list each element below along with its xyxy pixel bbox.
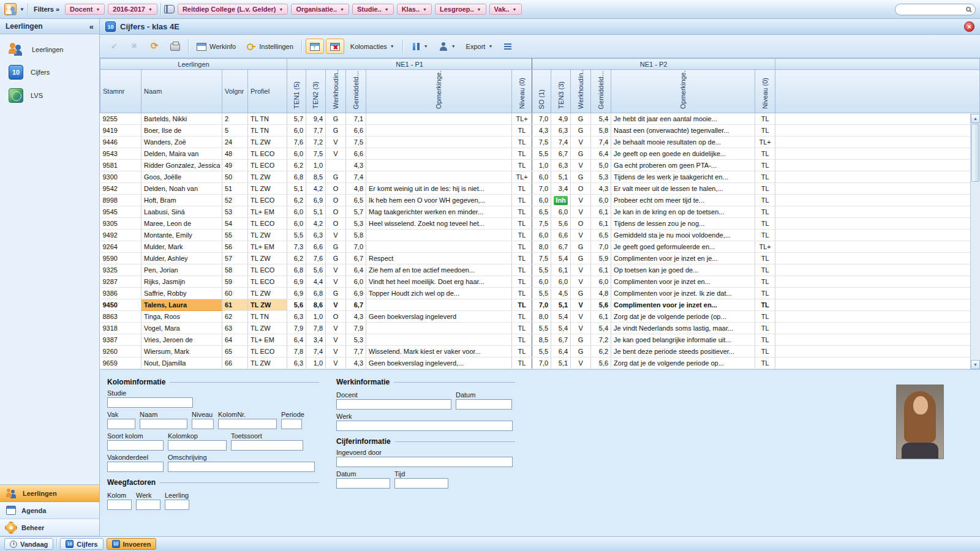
grid-cell[interactable]: G xyxy=(571,171,591,183)
grid-cell[interactable]: 51 xyxy=(222,183,248,195)
grid-cell[interactable]: Heel wisselend. Zoekt nog teveel het... xyxy=(366,218,512,230)
grid-cell[interactable]: 5,3 xyxy=(591,171,611,183)
grid-cell[interactable]: 6,1 xyxy=(591,218,611,230)
grid-cell[interactable]: Wisselend. Mark kiest er vaker voor... xyxy=(366,346,512,358)
table-row[interactable]: 9318Vogel, Mara63TL ZW7,97,8V7,9TL5,55,4… xyxy=(100,323,980,334)
grid-cell[interactable]: TL xyxy=(512,241,532,253)
grid-cell[interactable]: 5,4 xyxy=(551,323,571,334)
kolomacties-dropdown[interactable]: Kolomacties ▼ xyxy=(346,39,399,54)
grid-cell[interactable]: 9581 xyxy=(100,160,141,171)
grid-cell[interactable]: TL xyxy=(512,288,532,299)
studie-field[interactable] xyxy=(107,397,193,408)
grid-cell[interactable]: G xyxy=(326,171,346,183)
grid-cell[interactable]: V xyxy=(326,276,346,288)
column-header-opmerkingen-p2[interactable]: Opmerkinge... xyxy=(611,70,755,113)
grid-cell[interactable]: 7,4 xyxy=(346,171,366,183)
grid-cell[interactable]: 1,0 xyxy=(532,160,551,171)
grid-cell[interactable]: TL ECO xyxy=(248,218,287,230)
column-header-werkhouding-p1[interactable]: Werkhoudin... xyxy=(326,70,346,113)
filter-klas-dropdown[interactable]: Klas..▼ xyxy=(397,4,432,15)
grid-cell[interactable] xyxy=(366,241,512,253)
grid-cell[interactable]: 5 xyxy=(222,125,248,137)
grid-cell[interactable] xyxy=(775,346,980,358)
grid-cell[interactable]: Wiersum, Mark xyxy=(141,346,222,358)
grid-cell[interactable]: 6,7 xyxy=(551,241,571,253)
grid-cell[interactable]: 9543 xyxy=(100,148,141,160)
column-header-naam[interactable]: Naam xyxy=(141,70,222,113)
grid-cell[interactable]: TL xyxy=(512,195,532,206)
grid-cell[interactable]: 9300 xyxy=(100,171,141,183)
grid-cell[interactable]: 5,6 xyxy=(287,299,306,311)
grid-cell[interactable]: 55 xyxy=(222,230,248,241)
grid-cell[interactable] xyxy=(366,160,512,171)
grid-cell[interactable]: V xyxy=(326,299,346,311)
grid-cell[interactable]: TL ZW xyxy=(248,288,287,299)
grid-cell[interactable]: 6,3 xyxy=(287,311,306,323)
naam-field[interactable] xyxy=(140,419,187,429)
sidebar-item-cijfers[interactable]: 10 Cijfers xyxy=(0,61,99,84)
weeg-werk-field[interactable] xyxy=(136,500,160,510)
grid-cell[interactable]: 54 xyxy=(222,218,248,230)
grid-cell[interactable] xyxy=(775,323,980,334)
grid-cell[interactable]: TL xyxy=(512,137,532,148)
table-row[interactable]: 9590Mulder, Ashley57TL ZW6,27,6G6,7Respe… xyxy=(100,253,980,264)
grid-cell[interactable]: 5,6 xyxy=(591,299,611,311)
grid-cell[interactable]: 9545 xyxy=(100,206,141,218)
grid-cell[interactable]: 4,3 xyxy=(346,358,366,369)
column-header-werkhouding-p2[interactable]: Werkhoudin... xyxy=(571,70,591,113)
grid-cell[interactable]: TL ZW xyxy=(248,253,287,264)
print-button[interactable] xyxy=(166,39,184,54)
grid-cell[interactable]: O xyxy=(326,311,346,323)
grid-cell[interactable]: 1,0 xyxy=(306,311,326,323)
grid-cell[interactable]: 9450 xyxy=(100,299,141,311)
table-row[interactable]: 9264Mulder, Mark56TL+ EM7,36,6G7,0TL8,06… xyxy=(100,241,980,253)
export-dropdown[interactable]: Export ▼ xyxy=(462,39,497,54)
column-header-ten2[interactable]: TEN2 (3) xyxy=(306,70,326,113)
grid-cell[interactable]: 7,0 xyxy=(532,299,551,311)
grid-cell[interactable]: 1,0 xyxy=(306,160,326,171)
omschrijving-field[interactable] xyxy=(168,462,315,472)
grid-cell[interactable]: 1,0 xyxy=(306,358,326,369)
grid-cell[interactable]: G xyxy=(571,241,591,253)
grid-cell[interactable]: TL ZW xyxy=(248,230,287,241)
grid-cell[interactable]: Delden, Maira van xyxy=(141,148,222,160)
grid-cell[interactable]: 6,0 xyxy=(591,195,611,206)
sidebar-item-leerlingen[interactable]: Leerlingen xyxy=(0,38,99,61)
grid-cell[interactable]: Naast een (onverwachte) tegenvaller... xyxy=(611,125,755,137)
grid-cell[interactable]: Tijdens de lessen zou je nog... xyxy=(611,218,755,230)
grid-cell[interactable]: 9590 xyxy=(100,253,141,264)
grid-cell[interactable]: 5,1 xyxy=(551,171,571,183)
grid-cell[interactable]: 6,0 xyxy=(532,276,551,288)
column-header-profiel[interactable]: Profiel xyxy=(248,70,287,113)
column-header-stamnr[interactable]: Stamnr xyxy=(100,70,141,113)
grid-cell[interactable]: O xyxy=(571,218,591,230)
grid-cell[interactable]: 4,8 xyxy=(591,288,611,299)
grid-cell[interactable]: 6,6 xyxy=(551,230,571,241)
grid-cell[interactable]: 7,4 xyxy=(306,346,326,358)
grid-cell[interactable]: G xyxy=(571,113,591,125)
grid-cell[interactable]: 5,7 xyxy=(287,113,306,125)
grid-cell[interactable]: 60 xyxy=(222,288,248,299)
grid-cell[interactable]: TL xyxy=(512,183,532,195)
grid-cell[interactable]: Nout, Djamilla xyxy=(141,358,222,369)
grid-cell[interactable]: 7,8 xyxy=(306,323,326,334)
filter-schooljaar-dropdown[interactable]: 2016-2017▼ xyxy=(108,4,157,15)
grid-cell[interactable]: TL xyxy=(512,253,532,264)
grid-cell[interactable]: O xyxy=(326,218,346,230)
table-row[interactable]: 9450Talens, Laura61TL ZW5,68,6V6,7TL7,05… xyxy=(100,299,980,311)
grid-cell[interactable]: Complimenten voor je inzet en je... xyxy=(611,253,755,264)
accept-button[interactable] xyxy=(105,39,124,54)
grid-cell[interactable]: 50 xyxy=(222,171,248,183)
grid-cell[interactable]: 5,5 xyxy=(287,230,306,241)
grid-cell[interactable]: 53 xyxy=(222,206,248,218)
grid-cell[interactable]: 6,7 xyxy=(346,299,366,311)
grid-cell[interactable]: TL xyxy=(512,323,532,334)
search-input[interactable] xyxy=(899,5,963,14)
grid-cell[interactable]: TL xyxy=(755,358,775,369)
chevron-down-icon[interactable]: ▼ xyxy=(20,7,24,12)
grid-cell[interactable]: 7,9 xyxy=(346,323,366,334)
grid-cell[interactable]: 8,0 xyxy=(532,241,551,253)
grid-cell[interactable]: 9255 xyxy=(100,113,141,125)
grid-cell[interactable]: 5,5 xyxy=(532,264,551,276)
grid-cell[interactable]: 24 xyxy=(222,137,248,148)
